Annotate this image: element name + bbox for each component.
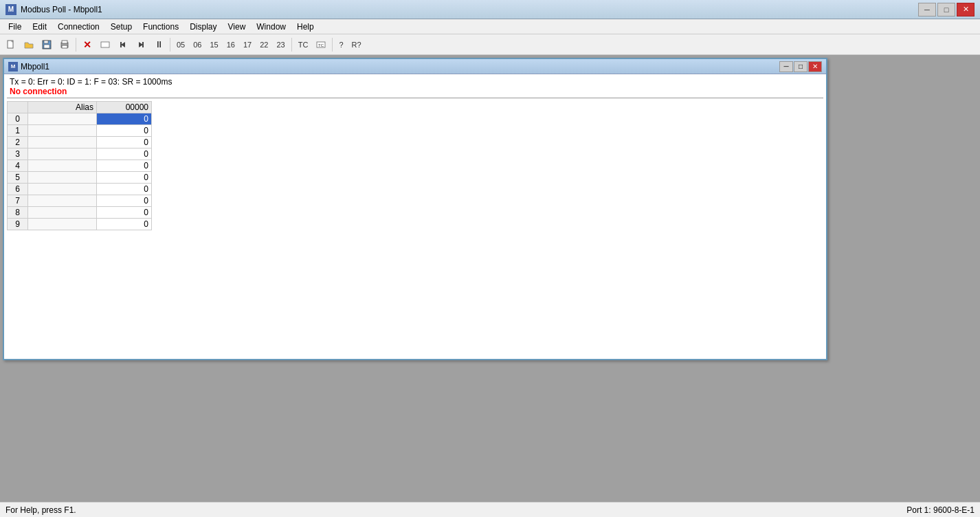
table-row[interactable]: 10 [8, 125, 152, 137]
fc16-button[interactable]: 16 [223, 37, 238, 52]
print-button[interactable] [56, 37, 73, 52]
svg-rect-6 [62, 45, 67, 48]
table-row-alias [28, 195, 97, 207]
stop-button[interactable]: ✕ [79, 37, 96, 52]
table-container: Alias 00000 00102030405060708090 [4, 98, 826, 233]
status-help: For Help, press F1. [5, 505, 76, 515]
separator-1 [76, 38, 76, 52]
table-row[interactable]: 50 [8, 172, 152, 184]
table-row-alias [28, 160, 97, 172]
separator-4 [332, 38, 333, 52]
menu-connection[interactable]: Connection [52, 21, 105, 33]
app-icon: M [5, 4, 16, 15]
table-row[interactable]: 70 [8, 195, 152, 207]
menu-help[interactable]: Help [291, 21, 320, 33]
svg-rect-9 [120, 42, 122, 47]
help-button[interactable]: ? [335, 37, 346, 52]
sub-window-title: Mbpoll1 [21, 62, 779, 72]
fc22-button[interactable]: 22 [256, 37, 271, 52]
menu-functions[interactable]: Functions [137, 21, 184, 33]
svg-rect-3 [44, 45, 49, 48]
title-bar-buttons: ─ □ ✕ [918, 3, 975, 16]
main-area: M Mbpoll1 ─ □ ✕ Tx = 0: Err = 0: ID = 1:… [0, 55, 980, 502]
table-row-value[interactable]: 0 [97, 137, 152, 148]
table-row-num: 6 [8, 184, 28, 195]
fc17-button[interactable]: 17 [240, 37, 255, 52]
table-row-num: 2 [8, 137, 28, 148]
table-row-value[interactable]: 0 [97, 207, 152, 219]
next-button[interactable] [133, 37, 149, 52]
r-help-button[interactable]: R? [348, 37, 365, 52]
table-row-value[interactable]: 0 [97, 195, 152, 207]
new-button[interactable] [3, 37, 19, 52]
maximize-button[interactable]: □ [937, 3, 955, 16]
table-row[interactable]: 00 [8, 113, 152, 125]
table-body: 00102030405060708090 [8, 113, 152, 230]
tc2-button[interactable]: TC [313, 37, 329, 52]
menu-view[interactable]: View [223, 21, 252, 33]
col-header-value: 00000 [97, 102, 152, 113]
svg-rect-2 [44, 41, 48, 43]
open-icon [24, 40, 34, 50]
menu-setup[interactable]: Setup [105, 21, 137, 33]
table-row-alias [28, 219, 97, 230]
table-row-value[interactable]: 0 [97, 113, 152, 125]
svg-rect-7 [101, 42, 109, 47]
table-row-value[interactable]: 0 [97, 184, 152, 195]
sub-maximize-button[interactable]: □ [794, 61, 808, 72]
table-row-alias [28, 207, 97, 219]
table-row-value[interactable]: 0 [97, 172, 152, 184]
svg-rect-5 [62, 41, 67, 43]
fc06-button[interactable]: 06 [190, 37, 205, 52]
table-row-value[interactable]: 0 [97, 160, 152, 172]
table-row-num: 7 [8, 195, 28, 207]
table-row-num: 1 [8, 125, 28, 137]
table-row[interactable]: 40 [8, 160, 152, 172]
col-header-num [8, 102, 28, 113]
sub-close-button[interactable]: ✕ [808, 61, 822, 72]
menu-bar: File Edit Connection Setup Functions Dis… [0, 19, 980, 34]
table-row-num: 9 [8, 219, 28, 230]
prev-button[interactable] [115, 37, 131, 52]
table-row-alias [28, 137, 97, 148]
sub-status-area: Tx = 0: Err = 0: ID = 1: F = 03: SR = 10… [4, 74, 826, 98]
table-row[interactable]: 20 [8, 137, 152, 148]
sub-window: M Mbpoll1 ─ □ ✕ Tx = 0: Err = 0: ID = 1:… [3, 58, 827, 360]
tc-button[interactable]: TC [295, 37, 312, 52]
status-bar: For Help, press F1. Port 1: 9600-8-E-1 [0, 502, 980, 517]
sub-window-icon: M [8, 62, 18, 72]
table-row[interactable]: 90 [8, 219, 152, 230]
sub-minimize-button[interactable]: ─ [779, 61, 793, 72]
pause-button[interactable]: ⏸ [151, 37, 167, 52]
tc2-icon: TC [315, 39, 326, 50]
table-row-alias [28, 148, 97, 160]
col-header-alias: Alias [28, 102, 97, 113]
table-row[interactable]: 30 [8, 148, 152, 160]
status-port: Port 1: 9600-8-E-1 [906, 505, 975, 515]
fc05-button[interactable]: 05 [173, 37, 188, 52]
save-button[interactable] [38, 37, 55, 52]
separator-2 [170, 38, 170, 52]
title-bar: M Modbus Poll - Mbpoll1 ─ □ ✕ [0, 0, 980, 19]
table-row-value[interactable]: 0 [97, 148, 152, 160]
menu-display[interactable]: Display [184, 21, 222, 33]
table-row[interactable]: 60 [8, 184, 152, 195]
menu-window[interactable]: Window [251, 21, 291, 33]
table-row-num: 3 [8, 148, 28, 160]
table-row-value[interactable]: 0 [97, 125, 152, 137]
fc23-button[interactable]: 23 [274, 37, 289, 52]
connect-icon [100, 40, 110, 50]
table-row[interactable]: 80 [8, 207, 152, 219]
minimize-button[interactable]: ─ [918, 3, 936, 16]
connect-button[interactable] [97, 37, 113, 52]
fc15-button[interactable]: 15 [207, 37, 222, 52]
open-button[interactable] [21, 37, 37, 52]
menu-file[interactable]: File [3, 21, 27, 33]
print-icon [60, 40, 69, 50]
separator-3 [291, 38, 292, 52]
table-row-value[interactable]: 0 [97, 219, 152, 230]
toolbar: ✕ ⏸ 05 06 15 16 17 22 23 TC TC ? R? [0, 34, 980, 55]
close-button[interactable]: ✕ [957, 3, 975, 16]
menu-edit[interactable]: Edit [27, 21, 52, 33]
table-row-num: 0 [8, 113, 28, 125]
